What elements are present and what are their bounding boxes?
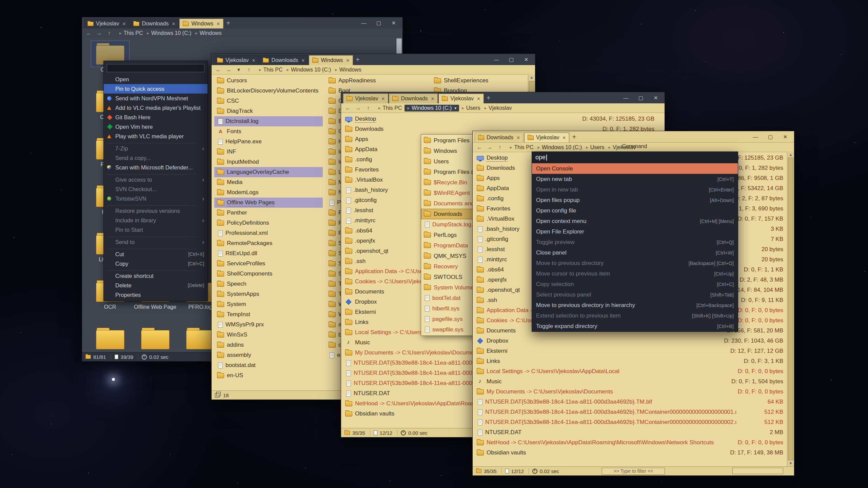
context-menu-item[interactable]: Scan with Microsoft Defender... › [104, 163, 208, 172]
up-button[interactable]: ↑ [245, 67, 252, 73]
scroll-up-icon[interactable]: ▲ [528, 75, 535, 80]
file-row[interactable]: Offline Web Pages [214, 198, 323, 208]
file-row[interactable]: NTUSER.DAT{53b39e88-18c4-11ea-a811-000d3… [474, 397, 785, 407]
command-item[interactable]: Open File Explorer [532, 226, 738, 237]
tab-close-icon[interactable]: ✕ [477, 96, 480, 101]
maximize-button[interactable]: ▢ [371, 19, 386, 27]
breadcrumb-segment[interactable]: ▸ This PC ▾ [258, 66, 284, 73]
context-menu-item[interactable]: › [106, 141, 205, 144]
breadcrumb-segment[interactable]: ▸ Windows 10 (C:) ▾ [145, 30, 193, 37]
file-row[interactable]: Panther [214, 208, 323, 218]
command-item[interactable]: Move cursor to previous item [Ctrl+Up] [532, 268, 738, 279]
file-row[interactable]: Eksterni D: 12, F: 127, 12 GB [474, 346, 785, 356]
tab-close-icon[interactable]: ✕ [172, 21, 176, 26]
file-row[interactable]: NTUSER.DAT{53b39e88-18c4-11ea-a811-000d3… [474, 417, 785, 427]
context-menu-item[interactable]: › [106, 203, 205, 206]
tab-close-icon[interactable]: ✕ [346, 58, 350, 63]
tab-close-icon[interactable]: ✕ [216, 21, 220, 26]
forward-button[interactable]: → [96, 30, 102, 36]
context-menu-item[interactable]: TortoiseSVN › [104, 194, 208, 203]
file-row[interactable]: NTUSER.DAT 2 MB [474, 427, 785, 438]
context-menu-item[interactable]: Properties › [104, 290, 208, 300]
file-row[interactable]: CSC [214, 96, 323, 106]
context-menu-item[interactable]: Cut [Ctrl+X] › [104, 249, 208, 259]
context-menu-item[interactable]: Include in library › [104, 216, 208, 225]
file-row[interactable]: Fonts [214, 126, 323, 137]
context-menu-item[interactable]: › [106, 172, 205, 175]
new-tab-button[interactable]: + [572, 134, 576, 140]
file-row[interactable]: ShellComponents [214, 269, 323, 279]
breadcrumb-segment[interactable]: ▸ Vjekoslav ▾ [483, 105, 513, 111]
command-item[interactable]: Extend selection to previous item [Shift… [532, 310, 738, 321]
maximize-button[interactable]: ▢ [763, 133, 778, 141]
tab[interactable]: Downloads ✕ [475, 133, 524, 142]
scroll-up-icon[interactable]: ▲ [787, 152, 794, 157]
context-menu-item[interactable]: Send to › [104, 237, 208, 247]
command-item[interactable]: Toggle preview [Ctrl+Q] [532, 237, 738, 247]
back-button[interactable]: ← [85, 30, 92, 36]
file-row[interactable]: TempInst [214, 309, 323, 320]
file-row[interactable]: SystemApps [214, 289, 323, 299]
context-menu-item[interactable]: Git Bash Here › [104, 113, 208, 122]
breadcrumb-segment[interactable]: ▸ This PC ▾ [377, 105, 403, 111]
scrollbar[interactable]: ▲ ▼ [787, 151, 794, 466]
tab[interactable]: Vjekoslav ✕ [438, 94, 484, 103]
tab[interactable]: Windows ✕ [309, 55, 353, 65]
context-menu-item[interactable]: Delete [Delete] › [104, 281, 208, 290]
file-row[interactable]: PolicyDefinitions [214, 218, 323, 228]
back-button[interactable]: ← [344, 105, 351, 111]
file-row[interactable]: DiagTrack [214, 106, 323, 116]
file-row[interactable]: en-US [214, 370, 323, 381]
file-row[interactable]: Music D: 0, F: 1, 504 bytes [474, 377, 785, 387]
context-menu-item[interactable]: › [106, 247, 205, 249]
file-row[interactable]: Obsidian vaults D: 17, F: 149, 38 MB [474, 448, 785, 458]
file-row[interactable]: bootstat.dat [214, 360, 323, 370]
tab-close-icon[interactable]: ✕ [252, 58, 255, 63]
tab[interactable]: Downloads ✕ [130, 19, 179, 28]
file-icon-item[interactable]: Polic... [87, 328, 133, 352]
command-item[interactable]: Open config file [532, 205, 738, 216]
forward-button[interactable]: → [355, 105, 361, 111]
context-menu-item[interactable]: Create shortcut › [104, 271, 208, 281]
file-row[interactable]: Links D: 0, F: 3, 1 KB [474, 356, 785, 366]
breadcrumb-segment[interactable]: ▸ This PC ▾ [118, 30, 144, 37]
tab[interactable]: Downloads ✕ [259, 55, 308, 65]
file-row[interactable]: RemotePackages [214, 238, 323, 248]
close-button[interactable]: ✕ [519, 55, 534, 64]
command-item[interactable]: Open files popup [Alt+Down] [532, 195, 738, 205]
tab[interactable]: Vjekoslav ✕ [524, 133, 569, 142]
title-bar[interactable]: Vjekoslav ✕ Downloads ✕ Windows ✕ + — ▢ [82, 17, 402, 28]
up-button[interactable]: ↑ [365, 105, 372, 111]
command-item[interactable]: Close panel [Ctrl+W] [532, 247, 738, 258]
context-menu-item[interactable]: Add to VLC media player's Playlist › [104, 103, 208, 113]
file-row[interactable]: Cursors [214, 76, 323, 86]
history-dropdown-icon[interactable]: ▾ [235, 66, 242, 73]
close-button[interactable]: ✕ [778, 133, 793, 141]
file-row[interactable]: Speech [214, 279, 323, 289]
command-item[interactable]: Select previous panel [Shift+Tab] [532, 289, 738, 300]
command-item[interactable]: Open new tab [Ctrl+T] [532, 174, 738, 184]
context-menu-item[interactable]: Pin to Start › [104, 225, 208, 235]
minimize-button[interactable]: — [748, 133, 763, 141]
breadcrumb-segment[interactable]: ▸ Users ▾ [460, 105, 481, 111]
tab[interactable]: Windows ✕ [179, 19, 223, 28]
tab-close-icon[interactable]: ✕ [381, 96, 385, 101]
command-item[interactable]: Toggle expand directory [Ctrl+B] [532, 321, 738, 331]
title-bar[interactable]: Downloads ✕ Vjekoslav ✕ + — ▢ ✕ [473, 131, 794, 143]
tab-close-icon[interactable]: ✕ [301, 58, 305, 63]
context-menu-item[interactable]: › [106, 268, 205, 271]
file-row[interactable]: WinSxS [214, 330, 323, 340]
context-menu-item[interactable]: Copy [Ctrl+C] › [104, 259, 208, 268]
scroll-down-icon[interactable]: ▼ [787, 461, 794, 466]
new-tab-button[interactable]: + [226, 20, 230, 26]
file-row[interactable]: addins [214, 340, 323, 350]
context-menu-item[interactable]: Give access to › [104, 175, 208, 184]
command-search-input[interactable]: ope [532, 152, 738, 163]
file-row[interactable]: ShellExperiences [431, 76, 530, 86]
command-item[interactable]: Copy selection [Ctrl+C] [532, 279, 738, 289]
context-menu-item[interactable]: Restore previous versions › [104, 206, 208, 216]
command-item[interactable]: Open in new tab [Ctrl+Enter] [532, 184, 738, 195]
breadcrumb-segment[interactable]: ▸ This PC ▾ [509, 144, 535, 151]
context-menu-item[interactable]: 7-Zip › [104, 144, 208, 153]
rename-input[interactable] [107, 64, 204, 72]
